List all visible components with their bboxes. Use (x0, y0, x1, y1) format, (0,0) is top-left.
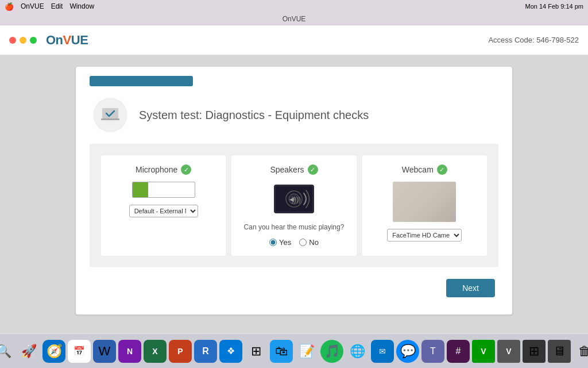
webcam-title: Webcam ✓ (402, 164, 447, 175)
access-code-value: 546-798-522 (536, 36, 579, 44)
datetime: Mon 14 Feb 9:14 pm (525, 3, 583, 10)
dock: 🔍 🚀 🧭 📅 W N X P R ❖ ⊞ 🛍 📝 🎵 🌐 ✉ 💬 T # V … (0, 334, 588, 368)
menu-bar: 🍎 OnVUE Edit Window Mon 14 Feb 9:14 pm (0, 0, 588, 13)
access-code: Access Code: 546-798-522 (488, 36, 579, 44)
app-header: OnVUE Access Code: 546-798-522 (0, 25, 588, 55)
speaker-icon: ◀ )))) (271, 182, 317, 216)
logo-ue: UE (71, 33, 88, 48)
edit-menu[interactable]: Edit (51, 2, 63, 10)
apple-menu[interactable]: 🍎 (5, 2, 14, 11)
microphone-status-icon: ✓ (181, 164, 191, 175)
dock-onenote[interactable]: N (118, 340, 141, 363)
equipment-area: Microphone ✓ Default - External Micro Bu… (90, 144, 498, 267)
microphone-panel: Microphone ✓ Default - External Micro Bu… (101, 155, 226, 256)
dock-vim[interactable]: V (472, 340, 495, 363)
dock-messenger[interactable]: 💬 (396, 340, 419, 363)
dock-screen[interactable]: 🖥 (548, 340, 571, 363)
dock-finder[interactable]: 🔍 (0, 340, 15, 363)
webcam-panel: Webcam ✓ FaceTime HD Camera (B FaceTime … (362, 155, 487, 256)
dock-slack[interactable]: # (447, 340, 470, 363)
logo-v-accent: V (63, 33, 71, 48)
logo-on: On (46, 33, 63, 48)
microphone-title: Microphone ✓ (136, 164, 191, 175)
maximize-button[interactable] (30, 37, 37, 44)
main-content: System test: Diagnostics - Equipment che… (0, 55, 588, 334)
speakers-no-option[interactable]: No (299, 238, 319, 247)
app-logo: OnVUE (46, 33, 88, 48)
speakers-question: Can you hear the music playing? (244, 223, 345, 231)
main-card: System test: Diagnostics - Equipment che… (76, 67, 512, 315)
window-title: OnVUE (283, 15, 306, 23)
svg-text:)))): )))) (292, 195, 301, 204)
webcam-preview (393, 182, 456, 222)
minimize-button[interactable] (20, 37, 26, 44)
close-button[interactable] (9, 37, 16, 44)
dock-grid[interactable]: ⊞ (245, 340, 268, 363)
dock-notes[interactable]: 📝 (295, 340, 318, 363)
dock-r[interactable]: R (194, 340, 217, 363)
dock-word[interactable]: W (93, 340, 116, 363)
card-title: System test: Diagnostics - Equipment che… (139, 109, 369, 122)
dock-excel[interactable]: X (144, 340, 167, 363)
speakers-status-icon: ✓ (308, 164, 318, 175)
dock-outlook[interactable]: ✉ (371, 340, 394, 363)
microphone-level-fill (133, 182, 148, 197)
dock-v2[interactable]: V (497, 340, 520, 363)
menu-bar-right: Mon 14 Feb 9:14 pm (525, 3, 583, 10)
dock-safari[interactable]: 🧭 (42, 340, 65, 363)
access-code-label: Access Code: (488, 36, 534, 44)
dock-store[interactable]: 🛍 (270, 340, 293, 363)
card-footer: Next (76, 267, 512, 297)
traffic-lights (9, 37, 37, 44)
laptop-check-icon (100, 105, 121, 125)
header-icon-circle (93, 98, 127, 132)
dock-calendar[interactable]: 📅 (68, 340, 91, 363)
webcam-preview-inner (393, 182, 456, 222)
microphone-label: Microphone (136, 165, 177, 174)
title-bar: OnVUE (0, 13, 588, 25)
speakers-no-radio[interactable] (299, 239, 307, 246)
dock-spotify[interactable]: 🎵 (320, 340, 343, 363)
dock-trash[interactable]: 🗑 (573, 340, 588, 363)
dock-teams[interactable]: T (421, 340, 444, 363)
progress-bar (90, 76, 193, 86)
speakers-panel: Speakers ✓ ◀ )))) Can you hear the m (231, 155, 356, 256)
progress-bar-container (76, 67, 512, 86)
svg-rect-1 (101, 118, 119, 120)
dock-powerpoint[interactable]: P (169, 340, 192, 363)
dock-launchpad[interactable]: 🚀 (17, 340, 40, 363)
speakers-yes-radio[interactable] (269, 239, 277, 246)
next-button[interactable]: Next (446, 279, 495, 297)
webcam-label: Webcam (402, 165, 434, 174)
window-menu[interactable]: Window (69, 2, 94, 10)
dock-chrome[interactable]: 🌐 (346, 340, 369, 363)
speakers-yes-label: Yes (279, 238, 291, 247)
speakers-yes-option[interactable]: Yes (269, 238, 291, 247)
card-header: System test: Diagnostics - Equipment che… (76, 86, 512, 144)
dock-vscode[interactable]: ❖ (219, 340, 242, 363)
app-menu-name[interactable]: OnVUE (21, 2, 44, 10)
speakers-no-label: No (309, 238, 319, 247)
microphone-level-bar (132, 182, 195, 198)
webcam-status-icon: ✓ (437, 164, 447, 175)
svg-rect-0 (102, 108, 118, 118)
speakers-radio-group: Yes No (269, 238, 319, 247)
webcam-select[interactable]: FaceTime HD Camera (B FaceTime HD Camera (387, 229, 462, 241)
speakers-label: Speakers (270, 165, 304, 174)
menu-bar-left: 🍎 OnVUE Edit Window (5, 2, 94, 11)
microphone-select[interactable]: Default - External Micro Built-in Microp… (129, 205, 198, 217)
speakers-title: Speakers ✓ (270, 164, 318, 175)
dock-grid2[interactable]: ⊞ (523, 340, 546, 363)
